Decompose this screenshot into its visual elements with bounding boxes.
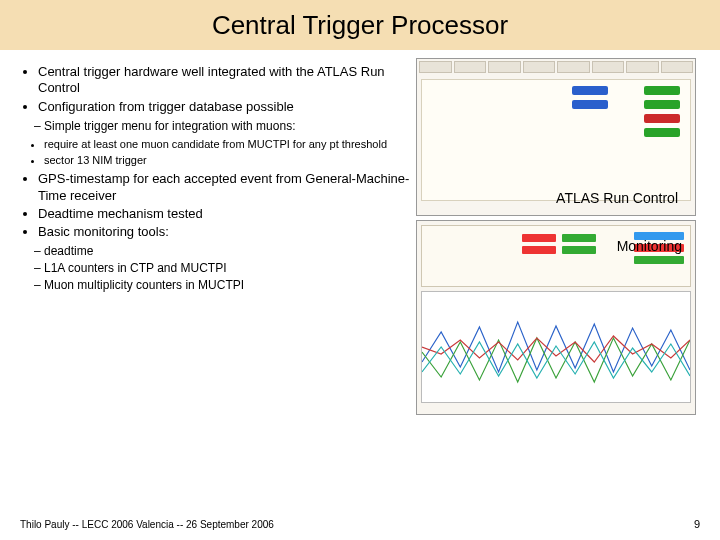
bullet-column: Central trigger hardware well integrated…	[20, 64, 415, 293]
page-number: 9	[694, 518, 700, 530]
slide-footer: Thilo Pauly -- LECC 2006 Valencia -- 26 …	[20, 519, 274, 530]
sub-sub-bullet: require at least one muon candidate from…	[44, 138, 415, 152]
sub-bullet: Simple trigger menu for integration with…	[48, 119, 415, 134]
bullet: Configuration from trigger database poss…	[38, 99, 415, 115]
bullet: Deadtime mechanism tested	[38, 206, 415, 222]
bullet: Central trigger hardware well integrated…	[38, 64, 415, 97]
slide-body: Central trigger hardware well integrated…	[0, 50, 720, 500]
bullet: GPS-timestamp for each accepted event fr…	[38, 171, 415, 204]
figure-column: ATLAS Run Control Monitoring	[416, 58, 706, 419]
run-control-label: ATLAS Run Control	[556, 190, 678, 206]
sub-bullet: deadtime	[48, 244, 415, 259]
slide-title: Central Trigger Processor	[0, 0, 720, 50]
sub-bullet: L1A counters in CTP and MUCTPI	[48, 261, 415, 276]
bullet: Basic monitoring tools:	[38, 224, 415, 240]
sub-bullet: Muon multiplicity counters in MUCTPI	[48, 278, 415, 293]
monitoring-label: Monitoring	[617, 238, 682, 254]
sub-sub-bullet: sector 13 NIM trigger	[44, 154, 415, 168]
